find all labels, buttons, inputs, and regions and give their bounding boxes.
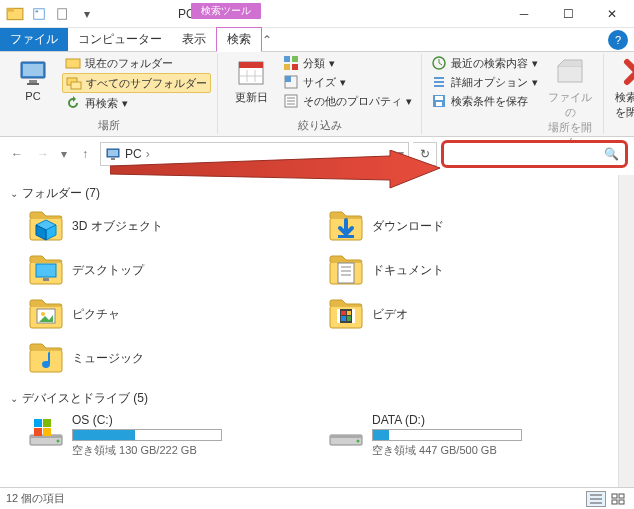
ribbon-advanced-options[interactable]: 詳細オプション ▾: [428, 73, 541, 91]
view-large-icons-button[interactable]: [608, 491, 628, 507]
folder-item[interactable]: 3D オブジェクト: [28, 208, 308, 244]
ribbon-pc-label: PC: [25, 90, 40, 102]
vertical-scrollbar[interactable]: [618, 175, 634, 487]
folder-item[interactable]: デスクトップ: [28, 252, 308, 288]
svg-rect-80: [619, 494, 624, 498]
drive-free-space: 空き領域 447 GB/500 GB: [372, 443, 522, 458]
ribbon-type[interactable]: 分類 ▾: [280, 54, 415, 72]
svg-rect-72: [43, 428, 51, 436]
ribbon-collapse-icon[interactable]: ⌃: [262, 33, 278, 47]
music-folder-icon: [28, 340, 64, 376]
ribbon-group-options: 最近の検索内容 ▾ 詳細オプション ▾ 検索条件を保存 ファイルの 場所を開く …: [422, 54, 604, 134]
close-button[interactable]: ✕: [590, 0, 634, 28]
ribbon-group-location: PC 現在のフォルダー すべてのサブフォルダー 再検索 ▾ 場所: [0, 54, 218, 134]
svg-rect-81: [612, 500, 617, 504]
recent-icon: [431, 55, 447, 71]
drive-name: DATA (D:): [372, 413, 522, 427]
desktop-folder-icon: [28, 252, 64, 288]
tab-computer[interactable]: コンピューター: [68, 28, 172, 51]
svg-rect-22: [285, 76, 291, 82]
object3d-folder-icon: [28, 208, 64, 244]
tab-search[interactable]: 検索: [216, 27, 262, 52]
folder-label: ビデオ: [372, 306, 408, 323]
ribbon-other-props[interactable]: その他のプロパティ ▾: [280, 92, 415, 110]
tab-file[interactable]: ファイル: [0, 28, 68, 51]
folder-item[interactable]: ダウンロード: [328, 208, 608, 244]
svg-rect-32: [435, 96, 443, 100]
search-input[interactable]: [450, 147, 604, 161]
ribbon-save-search[interactable]: 検索条件を保存: [428, 92, 541, 110]
svg-rect-3: [36, 10, 39, 12]
folder-label: ドキュメント: [372, 262, 444, 279]
svg-rect-6: [23, 64, 43, 76]
group-folders-label: フォルダー (7): [22, 185, 100, 202]
group-drives-header[interactable]: ⌄ デバイスとドライブ (5): [10, 390, 608, 407]
folder-label: ミュージック: [72, 350, 144, 367]
svg-rect-79: [612, 494, 617, 498]
svg-point-68: [57, 440, 60, 443]
svg-rect-33: [436, 102, 442, 106]
ribbon-all-subfolders[interactable]: すべてのサブフォルダー: [62, 73, 211, 93]
drive-item[interactable]: OS (C:)空き領域 130 GB/222 GB: [28, 413, 308, 458]
nav-forward[interactable]: →: [32, 143, 54, 165]
search-box[interactable]: 🔍: [441, 140, 628, 168]
document-folder-icon: [328, 252, 364, 288]
drives-grid: OS (C:)空き領域 130 GB/222 GBDATA (D:)空き領域 4…: [28, 413, 608, 458]
svg-rect-63: [341, 316, 346, 321]
search-icon[interactable]: 🔍: [604, 147, 619, 161]
nav-up[interactable]: ↑: [74, 143, 96, 165]
ribbon-current-folder[interactable]: 現在のフォルダー: [62, 54, 211, 72]
svg-rect-62: [347, 311, 351, 315]
address-segment[interactable]: PC: [125, 147, 142, 161]
ribbon-this-pc[interactable]: PC: [6, 54, 60, 104]
group-folders-header[interactable]: ⌄ フォルダー (7): [10, 185, 608, 202]
folder-item[interactable]: ピクチャ: [28, 296, 308, 332]
search-tools-tab-header: 検索ツール: [191, 3, 261, 19]
calendar-icon: [235, 56, 267, 88]
qat-dropdown-icon[interactable]: ▾: [76, 5, 98, 23]
folder-item[interactable]: ミュージック: [28, 340, 308, 376]
ribbon-group-refine: 更新日 分類 ▾ サイズ ▾ その他のプロパティ ▾ 絞り込み: [218, 54, 422, 134]
ribbon-research[interactable]: 再検索 ▾: [62, 94, 211, 112]
folder-label: 3D オブジェクト: [72, 218, 163, 235]
pc-icon: [17, 56, 49, 88]
qat-properties-icon[interactable]: [28, 5, 50, 23]
svg-rect-9: [66, 59, 80, 68]
ribbon-update-date[interactable]: 更新日: [224, 54, 278, 107]
chevron-right-icon[interactable]: ›: [146, 147, 150, 161]
tab-view[interactable]: 表示: [172, 28, 216, 51]
close-x-icon: [621, 56, 634, 88]
help-button[interactable]: ?: [608, 30, 628, 50]
maximize-button[interactable]: ☐: [546, 0, 590, 28]
svg-rect-4: [58, 8, 67, 19]
svg-rect-64: [347, 316, 351, 321]
minimize-button[interactable]: ─: [502, 0, 546, 28]
folder-label: デスクトップ: [72, 262, 144, 279]
view-details-button[interactable]: [586, 491, 606, 507]
explorer-icon: [6, 5, 24, 23]
svg-rect-13: [239, 62, 263, 68]
quick-access-toolbar: ▾: [28, 5, 98, 23]
status-bar: 12 個の項目: [0, 487, 634, 509]
qat-new-icon[interactable]: [52, 5, 74, 23]
address-dropdown-icon[interactable]: ▾: [398, 147, 404, 161]
ribbon-size[interactable]: サイズ ▾: [280, 73, 415, 91]
nav-recent-dropdown[interactable]: ▾: [58, 143, 70, 165]
folder-item[interactable]: ドキュメント: [328, 252, 608, 288]
svg-rect-8: [27, 83, 39, 85]
refresh-button[interactable]: ↻: [413, 142, 437, 166]
ribbon-recent-searches[interactable]: 最近の検索内容 ▾: [428, 54, 541, 72]
nav-back[interactable]: ←: [6, 143, 28, 165]
drive-usage-bar: [72, 429, 222, 441]
folder-item[interactable]: ビデオ: [328, 296, 608, 332]
chevron-down-icon: ⌄: [10, 393, 18, 404]
ribbon-group-refine-label: 絞り込み: [224, 117, 415, 134]
address-bar[interactable]: PC › ▾: [100, 142, 409, 166]
ribbon-group-close: 検索結果 を閉じる: [604, 54, 634, 134]
refresh-icon: [65, 95, 81, 111]
drive-name: OS (C:): [72, 413, 222, 427]
drive-item[interactable]: DATA (D:)空き領域 447 GB/500 GB: [328, 413, 608, 458]
ribbon-close-search[interactable]: 検索結果 を閉じる: [610, 54, 634, 122]
ribbon: PC 現在のフォルダー すべてのサブフォルダー 再検索 ▾ 場所 更新日 分類 …: [0, 52, 634, 137]
svg-rect-7: [29, 80, 37, 83]
